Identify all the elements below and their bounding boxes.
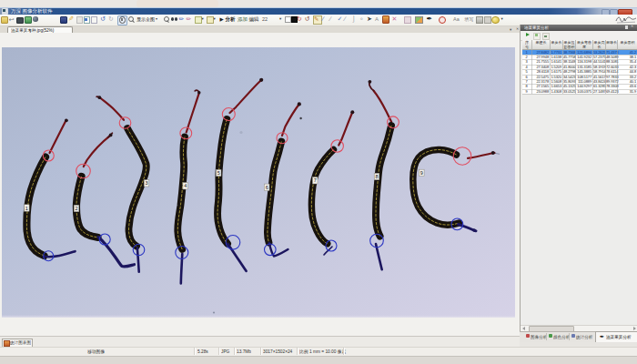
svg-text:1: 1: [25, 206, 28, 211]
svg-text:6: 6: [266, 185, 268, 190]
svg-text:5: 5: [217, 170, 220, 176]
svg-text:2: 2: [75, 206, 77, 211]
svg-text:3: 3: [145, 180, 147, 186]
svg-text:9: 9: [420, 170, 423, 176]
svg-text:4: 4: [184, 183, 187, 188]
svg-text:7: 7: [314, 177, 317, 183]
svg-text:8: 8: [375, 174, 378, 179]
